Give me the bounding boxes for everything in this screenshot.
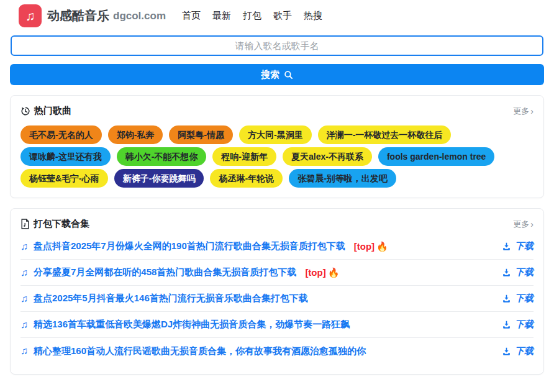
pack-download-title: 打包下载合集	[34, 218, 89, 230]
nav-link-1[interactable]: 最新	[212, 10, 231, 22]
hot-song-tag[interactable]: 新裤子-你要跳舞吗	[114, 169, 204, 188]
pack-row: ♫精选136首车载重低音欧美爆燃DJ炸街神曲无损音质合集，劲爆节奏一路狂飙下载	[20, 312, 534, 338]
top-badge: [top]	[305, 267, 325, 278]
nav-link-3[interactable]: 歌手	[273, 10, 292, 22]
hot-song-tag[interactable]: 夏天alex-不再联系	[283, 147, 372, 166]
music-note-icon: ♫	[20, 241, 28, 252]
pack-download-card: 打包下载合集 更多 › ♫盘点抖音2025年7月份爆火全网的190首热门流行歌曲…	[10, 208, 544, 375]
download-label: 下载	[515, 345, 534, 357]
more-label: 更多	[513, 106, 529, 117]
pack-row: ♫分享盛夏7月全网都在听的458首热门歌曲合集无损音质打包下载[top]🔥下载	[20, 260, 534, 286]
hot-song-tag[interactable]: 洋澜一-一杯敬过去一杯敬往后	[318, 125, 452, 144]
download-label: 下载	[515, 240, 534, 252]
hot-song-tag[interactable]: 程响-迎新年	[212, 147, 276, 166]
pack-row: ♫精心整理160首动人流行民谣歌曲无损音质合集，你有故事我有酒愿治愈孤独的你下载	[20, 338, 534, 364]
pack-title-link[interactable]: 盘点2025年5月抖音最火146首热门流行无损音乐歌曲合集打包下载	[34, 293, 308, 304]
pack-row: ♫盘点2025年5月抖音最火146首热门流行无损音乐歌曲合集打包下载下载	[20, 286, 534, 312]
hot-songs-card: 热门歌曲 更多 › 毛不易-无名的人郑钧-私奔阿梨粤-情愿方大同-黑洞里洋澜一-…	[10, 95, 544, 198]
fire-icon: 🔥	[376, 241, 388, 252]
download-label: 下载	[515, 293, 534, 304]
download-link[interactable]: 下载	[502, 345, 534, 357]
download-link[interactable]: 下载	[502, 267, 534, 278]
search-button[interactable]: 搜索	[10, 64, 544, 85]
music-note-icon: ♫	[20, 293, 28, 304]
download-label: 下载	[515, 267, 534, 278]
download-icon	[502, 268, 511, 277]
header: ♫ 动感酷音乐 dgcol.com 首页最新打包歌手热搜	[0, 0, 554, 30]
download-link[interactable]: 下载	[502, 293, 534, 304]
hot-song-tag[interactable]: 谭咏麟-这里还有我	[20, 147, 111, 166]
hot-song-tag[interactable]: 郑钧-私奔	[108, 125, 163, 144]
hot-song-tag[interactable]: 韩小欠-不能不想你	[117, 147, 207, 166]
brand-name: 动感酷音乐	[47, 7, 109, 24]
top-badge: [top]	[354, 241, 375, 252]
download-link[interactable]: 下载	[502, 319, 534, 330]
hot-song-tag[interactable]: 阿梨粤-情愿	[169, 125, 233, 144]
download-icon	[502, 320, 511, 329]
main-nav: 首页最新打包歌手热搜	[182, 10, 322, 22]
search-button-label: 搜索	[261, 69, 279, 81]
hot-songs-title: 热门歌曲	[34, 105, 71, 117]
clock-history-icon	[20, 106, 30, 116]
chevron-right-icon: ›	[530, 220, 534, 229]
brand-domain: dgcol.com	[113, 10, 166, 22]
music-note-icon: ♫	[25, 9, 35, 22]
hot-song-tag[interactable]: 张碧晨-别等啦，出发吧	[289, 169, 396, 188]
pack-download-header: 打包下载合集 更多 ›	[20, 218, 534, 230]
music-note-icon: ♫	[20, 319, 28, 330]
hot-song-tag[interactable]: 杨丞琳-年轮说	[210, 169, 283, 188]
pack-title-link[interactable]: 分享盛夏7月全网都在听的458首热门歌曲合集无损音质打包下载	[34, 267, 296, 278]
download-link[interactable]: 下载	[502, 240, 534, 252]
hot-songs-more-link[interactable]: 更多 ›	[513, 106, 534, 117]
download-icon	[502, 242, 511, 251]
file-document-icon	[20, 219, 30, 229]
pack-download-more-link[interactable]: 更多 ›	[513, 219, 534, 230]
pack-row: ♫盘点抖音2025年7月份爆火全网的190首热门流行歌曲合集无损音质打包下载[t…	[20, 234, 534, 260]
hot-song-tags: 毛不易-无名的人郑钧-私奔阿梨粤-情愿方大同-黑洞里洋澜一-一杯敬过去一杯敬往后…	[20, 125, 534, 188]
pack-title-link[interactable]: 精心整理160首动人流行民谣歌曲无损音质合集，你有故事我有酒愿治愈孤独的你	[34, 345, 366, 357]
download-icon	[502, 347, 511, 356]
magnifier-icon	[284, 70, 293, 80]
hot-song-tag[interactable]: 方大同-黑洞里	[239, 125, 312, 144]
nav-link-0[interactable]: 首页	[182, 10, 201, 22]
hot-song-tag[interactable]: 毛不易-无名的人	[20, 125, 102, 144]
hot-song-tag[interactable]: 杨钰莹&毛宁-心雨	[20, 169, 108, 188]
hot-songs-header: 热门歌曲 更多 ›	[20, 105, 534, 117]
fire-icon: 🔥	[328, 267, 340, 278]
pack-title-link[interactable]: 盘点抖音2025年7月份爆火全网的190首热门流行歌曲合集无损音质打包下载	[34, 240, 345, 252]
pack-title-link[interactable]: 精选136首车载重低音欧美爆燃DJ炸街神曲无损音质合集，劲爆节奏一路狂飙	[34, 319, 350, 330]
pack-list: ♫盘点抖音2025年7月份爆火全网的190首热门流行歌曲合集无损音质打包下载[t…	[20, 234, 534, 364]
nav-link-4[interactable]: 热搜	[304, 10, 322, 22]
download-label: 下载	[515, 319, 534, 330]
music-note-icon: ♫	[20, 345, 28, 357]
more-label: 更多	[513, 219, 529, 230]
search-input[interactable]	[11, 35, 543, 56]
hot-song-tag[interactable]: fools garden-lemon tree	[378, 147, 494, 166]
chevron-right-icon: ›	[530, 107, 534, 116]
download-icon	[502, 294, 511, 303]
brand-logo[interactable]: ♫	[19, 4, 42, 27]
music-note-icon: ♫	[20, 267, 28, 278]
nav-link-2[interactable]: 打包	[243, 10, 261, 22]
